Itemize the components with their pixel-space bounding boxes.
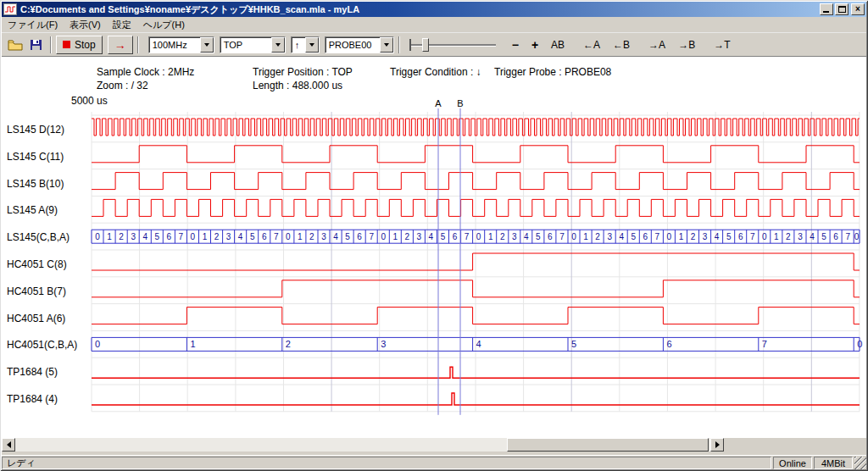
open-button[interactable] (5, 36, 25, 54)
trigger-probe-combo[interactable]: PROBE00 (325, 36, 394, 53)
zoom-slider-thumb[interactable] (422, 38, 429, 52)
dropdown-arrow-icon[interactable] (305, 37, 319, 53)
toolbar-separator (50, 36, 52, 53)
trigger-position-combo[interactable]: TOP (220, 36, 286, 53)
horizontal-scrollbar[interactable] (2, 438, 724, 452)
app-window: C:¥Documents and Settings¥noname¥デスクトップ¥… (0, 0, 868, 471)
channel-label: LS145(C,B,A) (7, 231, 70, 243)
titlebar: C:¥Documents and Settings¥noname¥デスクトップ¥… (2, 2, 866, 17)
stop-button[interactable]: Stop (56, 36, 103, 54)
dropdown-arrow-icon[interactable] (271, 37, 285, 53)
goto-cursor-a-button[interactable]: ←A (580, 38, 604, 52)
channel-label: LS145 C(11) (7, 151, 64, 163)
channel-label: HC4051 C(8) (7, 258, 67, 270)
minimize-button[interactable] (820, 3, 833, 15)
menu-view[interactable]: 表示(V) (64, 17, 107, 33)
menu-help[interactable]: ヘルプ(H) (137, 17, 191, 33)
close-button[interactable]: × (851, 3, 865, 15)
open-folder-icon (8, 39, 23, 51)
scroll-left-button[interactable] (2, 438, 15, 452)
sample-clock-combo[interactable]: 100MHz (148, 36, 214, 53)
channel-label-column: LS145 D(12)LS145 C(11)LS145 B(10)LS145 A… (2, 57, 866, 438)
menu-file[interactable]: ファイル(F) (2, 17, 64, 33)
minimize-icon (823, 11, 829, 13)
maximize-button[interactable] (835, 3, 849, 15)
set-cursor-b-button[interactable]: →B (675, 38, 698, 52)
waveform-panel: Sample Clock : 2MHz Trigger Position : T… (2, 56, 866, 438)
stop-icon (63, 41, 70, 48)
maximize-icon (838, 6, 846, 13)
close-icon: × (855, 4, 860, 14)
toolbar-separator (137, 36, 139, 53)
stop-button-label: Stop (75, 39, 96, 51)
arrow-left-icon (7, 441, 11, 448)
arrow-right-icon (715, 441, 720, 448)
trigger-position-value: TOP (220, 40, 271, 50)
channel-label: TP1684 (4) (7, 393, 58, 405)
sample-clock-value: 100MHz (149, 40, 200, 50)
window-title: C:¥Documents and Settings¥noname¥デスクトップ¥… (20, 3, 818, 16)
save-button[interactable] (25, 36, 46, 54)
dropdown-arrow-icon[interactable] (380, 37, 393, 53)
channel-label: HC4051 A(6) (7, 313, 65, 324)
channel-label: LS145 B(10) (7, 178, 64, 190)
status-online-badge: Online (773, 457, 812, 469)
scrollbar-thumb[interactable] (507, 438, 709, 452)
resize-grip[interactable] (854, 457, 866, 469)
channel-label: LS145 A(9) (7, 204, 58, 216)
trigger-edge-combo[interactable]: ↑ (291, 36, 320, 53)
statusbar: レディ Online 4MBit (2, 455, 866, 469)
menu-settings[interactable]: 設定 (107, 17, 137, 33)
channel-label: LS145 D(12) (7, 124, 64, 136)
run-button[interactable]: → (108, 36, 133, 54)
scroll-right-button[interactable] (710, 438, 724, 452)
status-message: レディ (2, 457, 771, 469)
channel-label: TP1684 (5) (7, 366, 58, 378)
ab-button[interactable]: AB (548, 38, 568, 52)
goto-cursor-b-button[interactable]: ←B (609, 38, 633, 52)
status-memory-badge: 4MBit (814, 457, 853, 469)
trigger-probe-value: PROBE00 (326, 40, 380, 50)
dropdown-arrow-icon[interactable] (200, 37, 214, 53)
zoom-in-button[interactable]: + (528, 37, 542, 53)
zoom-out-button[interactable]: − (509, 37, 522, 53)
trigger-edge-value: ↑ (292, 40, 305, 50)
channel-label: HC4051(C,B,A) (7, 339, 77, 351)
toolbar-separator (398, 36, 400, 53)
toolbar: Stop → 100MHz TOP ↑ PROBE00 − + (2, 32, 866, 56)
set-cursor-a-button[interactable]: →A (645, 38, 669, 52)
channel-label: HC4051 B(7) (7, 285, 66, 297)
floppy-disk-icon (30, 39, 42, 51)
app-icon (3, 3, 17, 15)
zoom-slider[interactable] (409, 36, 498, 54)
goto-trigger-button[interactable]: →T (710, 38, 733, 52)
menubar: ファイル(F) 表示(V) 設定 ヘルプ(H) (2, 17, 866, 32)
run-arrow-icon: → (114, 39, 126, 51)
